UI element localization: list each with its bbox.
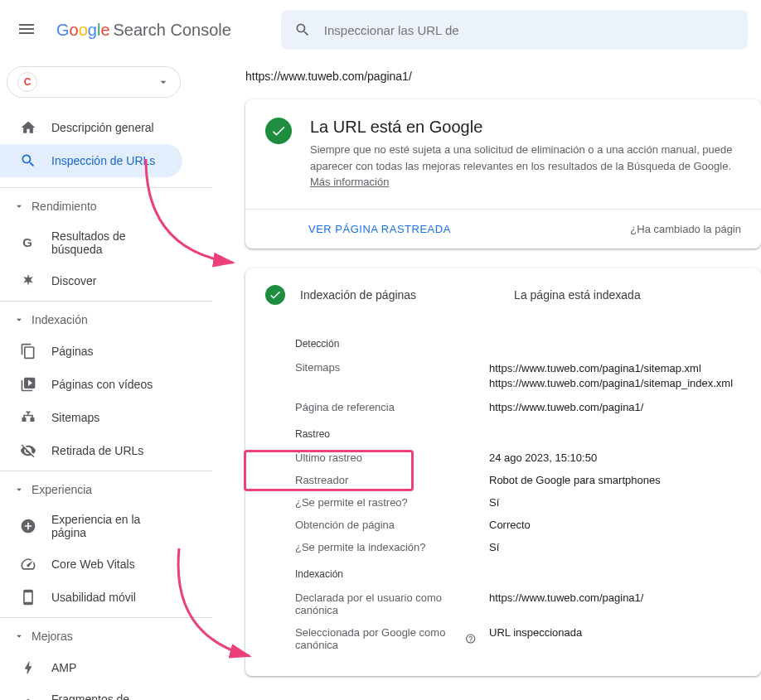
google-logo: Google	[56, 21, 110, 40]
section-crawl: Rastreo	[295, 418, 741, 447]
google-canonical-value: URL inspeccionada	[489, 626, 741, 639]
indexing-status: La página está indexada	[514, 288, 641, 302]
search-input[interactable]	[324, 23, 734, 37]
user-canonical-value: https://www.tuweb.com/pagina1/	[489, 591, 741, 604]
section-label: Rendimiento	[32, 200, 97, 213]
inspected-url: https://www.tuweb.com/pagina1/	[245, 60, 761, 93]
property-selector[interactable]: C	[7, 66, 181, 98]
search-icon	[294, 22, 311, 38]
sitemaps-value: https://www.tuweb.com/pagina1/sitemap.xm…	[489, 361, 741, 391]
mobile-icon	[20, 589, 36, 606]
check-circle-icon	[265, 118, 292, 144]
section-detection: Detección	[295, 328, 741, 356]
nav-label: Inspección de URLs	[51, 154, 155, 167]
status-title: La URL está en Google	[310, 118, 741, 137]
nav-label: Páginas	[51, 345, 94, 358]
section-header-experience[interactable]: Experiencia	[0, 475, 212, 504]
status-card: La URL está en Google Siempre que no est…	[245, 99, 761, 249]
sidebar-item-discover[interactable]: Discover	[0, 264, 182, 297]
indexing-title: Indexación de páginas	[300, 288, 416, 302]
indexing-header[interactable]: Indexación de páginas La página está ind…	[245, 268, 761, 321]
last-crawl-value: 24 ago 2023, 15:10:50	[489, 451, 741, 464]
sidebar-item-overview[interactable]: Descripción general	[0, 111, 182, 144]
nav-label: Experiencia en la página	[51, 513, 162, 539]
last-crawl-label: Último rastreo	[295, 451, 476, 464]
sidebar-item-pages[interactable]: Páginas	[0, 335, 182, 368]
chevron-down-icon	[157, 75, 170, 89]
chevron-down-icon	[13, 630, 25, 642]
section-header-enhancements[interactable]: Mejoras	[0, 621, 212, 651]
allow-crawl-label: ¿Se permite el rastreo?	[295, 496, 476, 509]
eye-off-icon	[20, 442, 36, 459]
search-icon	[20, 152, 36, 169]
home-icon	[20, 119, 36, 136]
sidebar-item-video-pages[interactable]: Páginas con vídeos	[0, 368, 182, 401]
nav-label: Discover	[51, 274, 96, 287]
video-pages-icon	[20, 376, 36, 393]
app-title: Search Console	[114, 21, 231, 40]
chevron-down-icon	[13, 200, 25, 212]
section-label: Experiencia	[32, 483, 92, 496]
sidebar-item-amp[interactable]: AMP	[0, 651, 182, 684]
sidebar-item-sitemaps[interactable]: Sitemaps	[0, 401, 182, 434]
nav-label: Retirada de URLs	[51, 444, 143, 457]
chevron-down-icon	[13, 314, 25, 326]
sidebar-item-removals[interactable]: Retirada de URLs	[0, 434, 182, 467]
app-logo[interactable]: Google Search Console	[56, 21, 231, 40]
section-indexation: Indexación	[295, 558, 741, 587]
bolt-icon	[20, 659, 36, 676]
nav-label: AMP	[51, 661, 76, 674]
nav-label: Core Web Vitals	[51, 558, 135, 571]
google-g-icon: G	[20, 234, 36, 251]
sidebar-item-url-inspection[interactable]: Inspección de URLs	[0, 144, 182, 177]
section-header-indexing[interactable]: Indexación	[0, 305, 212, 335]
sidebar-item-page-experience[interactable]: Experiencia en la página	[0, 504, 182, 548]
property-avatar: C	[17, 72, 37, 92]
nav-label: Sitemaps	[51, 411, 99, 424]
page-fetch-label: Obtención de página	[295, 519, 476, 531]
sidebar: C Descripción general Inspección de URLs…	[0, 60, 212, 700]
indexing-card: Indexación de páginas La página está ind…	[245, 268, 761, 676]
sidebar-item-review-snippets[interactable]: Fragmentos de reseñas	[0, 684, 182, 700]
sidebar-item-search-results[interactable]: G Resultados de búsqueda	[0, 221, 182, 264]
url-inspect-search[interactable]	[281, 10, 748, 50]
check-circle-icon	[265, 285, 285, 305]
allow-index-label: ¿Se permite la indexación?	[295, 541, 476, 553]
page-fetch-value: Correcto	[489, 519, 741, 531]
status-description: Siempre que no esté sujeta a una solicit…	[310, 142, 741, 191]
crawler-label: Rastreador	[295, 474, 476, 486]
section-label: Indexación	[32, 313, 88, 326]
help-icon[interactable]	[465, 632, 476, 645]
hamburger-menu[interactable]	[13, 16, 40, 45]
google-canonical-label: Seleccionada por Google como canónica	[295, 626, 476, 651]
nav-label: Resultados de búsqueda	[51, 229, 162, 256]
view-crawled-button[interactable]: VER PÁGINA RASTREADA	[308, 223, 451, 235]
section-header-performance[interactable]: Rendimiento	[0, 191, 212, 221]
section-label: Mejoras	[32, 630, 73, 643]
nav-label: Fragmentos de reseñas	[51, 693, 162, 700]
referring-page-label: Página de referencia	[295, 401, 476, 413]
sidebar-item-core-web-vitals[interactable]: Core Web Vitals	[0, 548, 182, 581]
sidebar-item-mobile-usability[interactable]: Usabilidad móvil	[0, 581, 182, 614]
asterisk-icon	[20, 273, 36, 289]
sitemap-icon	[20, 409, 36, 426]
user-canonical-label: Declarada por el usuario como canónica	[295, 591, 476, 616]
pages-icon	[20, 343, 36, 360]
plus-circle-icon	[20, 518, 36, 534]
chevron-down-icon	[13, 484, 25, 495]
more-info-link[interactable]: Más información	[310, 176, 389, 188]
nav-label: Descripción general	[51, 121, 154, 134]
svg-text:G: G	[22, 235, 32, 249]
referring-page-value: https://www.tuweb.com/pagina1/	[489, 401, 741, 413]
nav-label: Páginas con vídeos	[51, 378, 153, 391]
page-changed-hint: ¿Ha cambiado la págin	[630, 223, 741, 235]
main-content: https://www.tuweb.com/pagina1/ La URL es…	[212, 60, 761, 700]
allow-index-value: Sí	[489, 541, 741, 553]
allow-crawl-value: Sí	[489, 496, 741, 509]
nav-label: Usabilidad móvil	[51, 591, 136, 604]
sitemaps-label: Sitemaps	[295, 361, 476, 374]
crawler-value: Robot de Google para smartphones	[489, 474, 741, 486]
speed-icon	[20, 556, 36, 572]
